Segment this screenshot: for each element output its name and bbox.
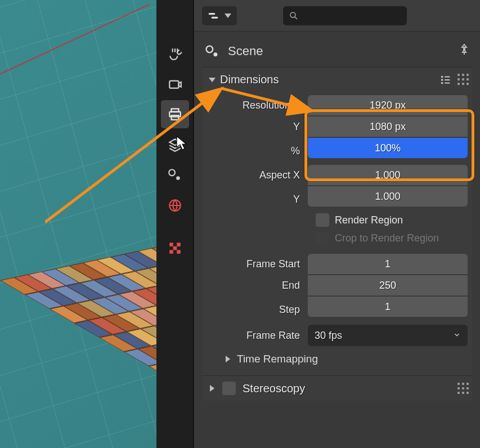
properties-tab-strip <box>156 0 194 448</box>
input-frame-step[interactable]: 1 <box>308 297 468 317</box>
panel-topbar <box>194 0 480 32</box>
pin-icon[interactable] <box>457 43 471 59</box>
label-resolution-y: Y <box>211 121 308 133</box>
label-resolution-pct: % <box>211 145 308 157</box>
input-aspect-y[interactable]: 1.000 <box>308 186 468 207</box>
svg-point-4 <box>169 169 175 176</box>
section-body-dimensions: Resolution X 1920 px Y 1080 px % 100% As… <box>202 92 472 375</box>
section-stereoscopy: Stereoscopy <box>202 375 472 401</box>
tab-scene[interactable] <box>161 161 189 189</box>
wrench-icon <box>168 46 182 61</box>
checkbox-stereoscopy[interactable] <box>222 382 236 395</box>
scene-title: Scene <box>228 44 263 59</box>
chevron-down-icon <box>225 14 231 18</box>
printer-icon <box>168 107 182 122</box>
svg-point-16 <box>213 52 217 56</box>
scene-cone-icon <box>168 168 182 182</box>
subsection-time-remapping[interactable]: Time Remapping <box>211 347 468 368</box>
section-dimensions: Dimensions Resolution X 1920 px Y 1080 p… <box>202 67 472 375</box>
svg-point-5 <box>176 176 180 180</box>
input-resolution-pct[interactable]: 100% <box>308 138 468 158</box>
chevron-down-icon <box>209 78 216 82</box>
world-icon <box>168 198 182 213</box>
scene-cone-icon <box>204 43 220 59</box>
chevron-right-icon <box>226 356 230 362</box>
grid-floor <box>0 0 156 448</box>
checkbox-render-region[interactable] <box>316 213 329 227</box>
label-frame-start: Frame Start <box>211 258 308 270</box>
properties-search[interactable] <box>283 6 407 25</box>
svg-rect-7 <box>169 243 173 247</box>
svg-rect-9 <box>173 247 177 250</box>
label-frame-end: End <box>211 280 308 292</box>
svg-rect-21 <box>445 79 450 80</box>
chevron-right-icon <box>210 385 214 392</box>
input-aspect-x[interactable]: 1.000 <box>308 165 468 185</box>
label-frame-rate: Frame Rate <box>211 330 308 342</box>
input-resolution-y[interactable]: 1080 px <box>308 117 468 137</box>
chevron-down-icon <box>453 330 461 342</box>
section-header-stereoscopy[interactable]: Stereoscopy <box>202 376 472 401</box>
svg-rect-0 <box>169 81 178 88</box>
checker-icon <box>168 241 182 256</box>
svg-rect-13 <box>212 16 218 18</box>
viewport-3d[interactable]: /*noop*/ <box>0 0 156 448</box>
svg-rect-11 <box>177 250 181 254</box>
drag-handle-icon[interactable] <box>457 383 468 394</box>
svg-rect-10 <box>169 250 173 254</box>
label-crop-region: Crop to Render Region <box>335 232 439 244</box>
search-icon <box>289 11 299 21</box>
label-resolution-x: Resolution X <box>211 100 308 111</box>
list-preset-icon[interactable] <box>439 74 452 86</box>
layers-icon <box>168 137 182 152</box>
section-title: Dimensions <box>220 73 279 86</box>
drag-handle-icon[interactable] <box>457 74 468 86</box>
panel-context-selector[interactable] <box>202 6 237 25</box>
svg-rect-8 <box>177 243 181 247</box>
dropdown-frame-rate[interactable]: 30 fps <box>308 325 468 346</box>
svg-point-14 <box>290 12 295 17</box>
tab-tools[interactable] <box>161 39 189 68</box>
tab-world[interactable] <box>161 191 189 219</box>
checkbox-crop-region[interactable] <box>316 231 329 245</box>
section-title: Stereoscopy <box>243 382 305 395</box>
svg-point-15 <box>207 46 213 52</box>
input-frame-start[interactable]: 1 <box>308 254 468 274</box>
svg-point-19 <box>441 82 443 84</box>
slider-icon <box>208 10 219 21</box>
tab-render[interactable] <box>161 70 189 98</box>
label-aspect-x: Aspect X <box>211 169 308 181</box>
svg-rect-12 <box>209 13 216 15</box>
camera-icon <box>168 77 182 91</box>
svg-rect-20 <box>445 76 450 77</box>
svg-point-18 <box>441 79 443 81</box>
label-render-region: Render Region <box>335 214 403 226</box>
tab-viewlayers[interactable] <box>161 131 189 159</box>
tab-output[interactable] <box>161 100 189 128</box>
svg-point-17 <box>441 75 443 78</box>
section-header-dimensions[interactable]: Dimensions <box>202 68 472 92</box>
properties-panel: Scene Dimensions Resolution X 1920 px <box>194 0 480 448</box>
tab-texture[interactable] <box>161 234 189 262</box>
label-time-remapping: Time Remapping <box>237 353 318 365</box>
input-frame-end[interactable]: 250 <box>308 275 468 295</box>
dropdown-frame-rate-value: 30 fps <box>315 330 342 342</box>
label-aspect-y: Y <box>211 194 308 205</box>
input-resolution-x[interactable]: 1920 px <box>308 95 468 115</box>
label-frame-step: Step <box>211 304 308 316</box>
svg-rect-22 <box>445 82 450 83</box>
